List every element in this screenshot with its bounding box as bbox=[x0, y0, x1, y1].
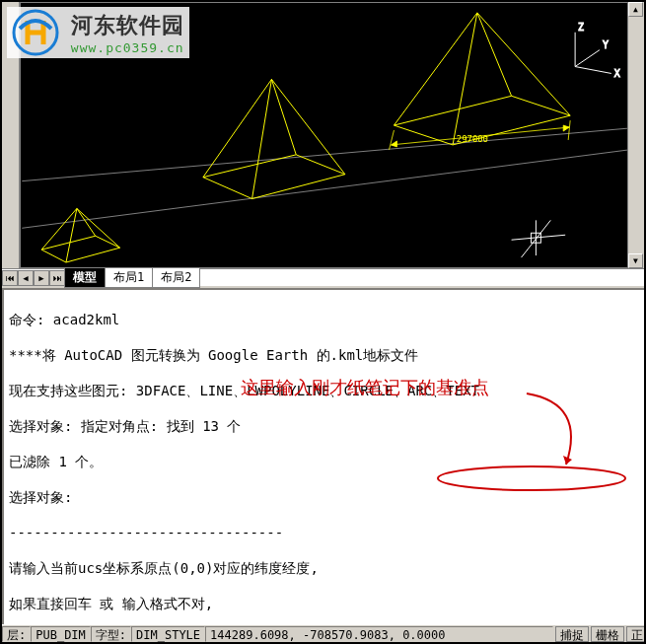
axis-z-label: Z bbox=[578, 22, 584, 33]
viewport-scrollbar[interactable]: ▲ ▼ bbox=[627, 2, 644, 268]
cmd-line: 如果直接回车 或 输入格式不对, bbox=[9, 595, 641, 612]
tab-nav-next[interactable]: ▶ bbox=[34, 270, 49, 286]
snap-button[interactable]: 捕捉 bbox=[555, 626, 589, 642]
grid-button[interactable]: 栅格 bbox=[591, 626, 624, 642]
tab-nav-last[interactable]: ⏭ bbox=[49, 270, 65, 286]
logo-title: 河东软件园 bbox=[71, 11, 184, 40]
logo-icon bbox=[12, 9, 59, 56]
cmd-line: 已滤除 1 个。 bbox=[9, 453, 641, 470]
cmd-line: 命令: acad2kml bbox=[9, 311, 641, 328]
svg-line-1 bbox=[22, 128, 628, 181]
cmd-line: --------------------------------- bbox=[9, 524, 641, 541]
ortho-button[interactable]: 正 bbox=[626, 626, 646, 642]
axis-y-label: Y bbox=[603, 39, 609, 50]
scroll-up-button[interactable]: ▲ bbox=[628, 2, 643, 17]
status-style-label: 字型: bbox=[91, 626, 131, 642]
status-coords: 144289.6098, -708570.9083, 0.0000 bbox=[205, 626, 553, 642]
tab-nav-prev[interactable]: ◀ bbox=[18, 270, 34, 286]
status-layer[interactable]: PUB_DIM bbox=[31, 626, 91, 642]
logo-watermark: 河东软件园 www.pc0359.cn bbox=[7, 7, 189, 58]
status-layer-label: 层: bbox=[2, 626, 31, 642]
axis-x-label: X bbox=[614, 68, 620, 79]
cmd-line: 选择对象: bbox=[9, 488, 641, 506]
status-bar: 层: PUB_DIM 字型: DIM_STYLE 144289.6098, -7… bbox=[2, 624, 646, 642]
tab-nav-first[interactable]: ⏮ bbox=[2, 270, 18, 286]
status-style[interactable]: DIM_STYLE bbox=[131, 626, 205, 642]
annotation-text: 这里输入刚才纸笔记下的基准点 bbox=[241, 379, 489, 396]
svg-line-6 bbox=[575, 67, 611, 74]
command-window[interactable]: 命令: acad2kml ****将 AutoCAD 图元转换为 Google … bbox=[2, 288, 646, 627]
annotation-arrow bbox=[389, 384, 635, 502]
svg-line-2 bbox=[22, 150, 628, 228]
tab-layout1[interactable]: 布局1 bbox=[105, 268, 153, 288]
dimension-label: 297000 bbox=[457, 134, 488, 144]
svg-line-4 bbox=[568, 120, 570, 140]
tab-layout2[interactable]: 布局2 bbox=[152, 268, 200, 288]
svg-line-7 bbox=[575, 50, 600, 67]
layout-tabs-row: ⏮ ◀ ▶ ⏭ 模型 布局1 布局2 bbox=[2, 268, 646, 286]
cmd-line: 选择对象: 指定对角点: 找到 13 个 bbox=[9, 417, 641, 435]
logo-url: www.pc0359.cn bbox=[71, 40, 184, 55]
cmd-line: 请输入当前ucs坐标系原点(0,0)对应的纬度经度, bbox=[9, 559, 641, 577]
tab-model[interactable]: 模型 bbox=[64, 268, 106, 288]
svg-point-13 bbox=[438, 466, 625, 490]
svg-line-3 bbox=[390, 130, 395, 150]
scroll-down-button[interactable]: ▼ bbox=[628, 253, 643, 268]
cmd-line: ****将 AutoCAD 图元转换为 Google Earth 的.kml地标… bbox=[9, 346, 641, 364]
